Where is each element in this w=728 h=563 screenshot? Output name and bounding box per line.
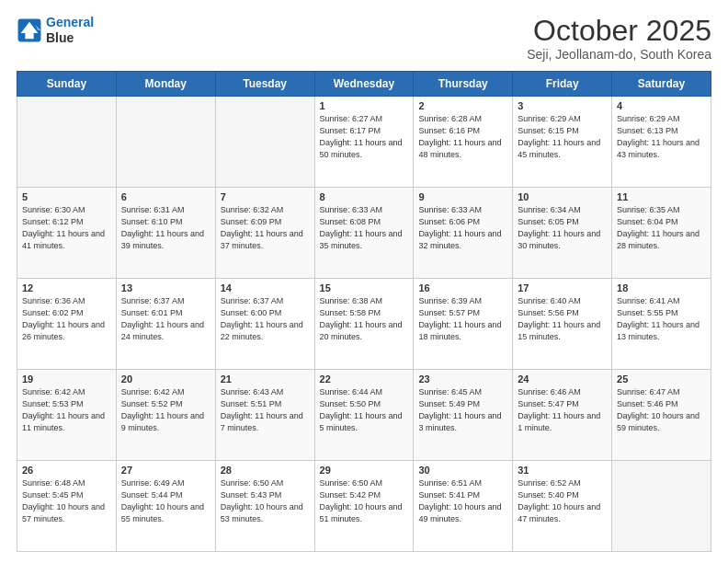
day-cell-11: 11Sunrise: 6:35 AM Sunset: 6:04 PM Dayli… [612, 188, 711, 279]
day-info: Sunrise: 6:41 AM Sunset: 5:55 PM Dayligh… [617, 295, 706, 343]
day-number: 23 [418, 373, 507, 385]
day-info: Sunrise: 6:52 AM Sunset: 5:40 PM Dayligh… [518, 477, 607, 525]
day-number: 26 [22, 465, 111, 476]
day-header-thursday: Thursday [414, 72, 513, 97]
day-header-wednesday: Wednesday [314, 72, 414, 97]
day-cell-30: 30Sunrise: 6:51 AM Sunset: 5:41 PM Dayli… [414, 461, 513, 552]
day-info: Sunrise: 6:45 AM Sunset: 5:49 PM Dayligh… [418, 386, 507, 434]
day-cell-28: 28Sunrise: 6:50 AM Sunset: 5:43 PM Dayli… [215, 461, 314, 552]
day-number: 1 [320, 100, 409, 111]
day-number: 15 [320, 282, 409, 293]
day-number: 8 [320, 191, 409, 202]
day-cell-16: 16Sunrise: 6:39 AM Sunset: 5:57 PM Dayli… [414, 279, 513, 370]
day-cell-15: 15Sunrise: 6:38 AM Sunset: 5:58 PM Dayli… [314, 279, 414, 370]
day-cell-10: 10Sunrise: 6:34 AM Sunset: 6:05 PM Dayli… [513, 188, 612, 279]
location: Seji, Jeollanam-do, South Korea [527, 47, 711, 62]
day-info: Sunrise: 6:37 AM Sunset: 6:00 PM Dayligh… [221, 295, 310, 343]
day-number: 13 [121, 282, 210, 293]
day-number: 20 [121, 373, 210, 385]
calendar-table: SundayMondayTuesdayWednesdayThursdayFrid… [17, 71, 711, 552]
day-cell-17: 17Sunrise: 6:40 AM Sunset: 5:56 PM Dayli… [513, 279, 612, 370]
day-header-monday: Monday [116, 72, 215, 97]
day-cell-7: 7Sunrise: 6:32 AM Sunset: 6:09 PM Daylig… [215, 188, 314, 279]
day-number: 5 [22, 191, 111, 202]
empty-cell [215, 97, 314, 188]
day-info: Sunrise: 6:43 AM Sunset: 5:51 PM Dayligh… [221, 386, 310, 434]
empty-cell [116, 97, 215, 188]
day-number: 30 [418, 465, 507, 476]
day-number: 4 [617, 100, 706, 111]
day-info: Sunrise: 6:33 AM Sunset: 6:06 PM Dayligh… [418, 204, 507, 252]
day-number: 10 [518, 191, 607, 202]
day-info: Sunrise: 6:33 AM Sunset: 6:08 PM Dayligh… [320, 204, 409, 252]
day-cell-19: 19Sunrise: 6:42 AM Sunset: 5:53 PM Dayli… [17, 370, 117, 461]
day-number: 25 [617, 373, 706, 385]
day-number: 2 [418, 100, 507, 111]
day-cell-12: 12Sunrise: 6:36 AM Sunset: 6:02 PM Dayli… [17, 279, 117, 370]
empty-cell [612, 461, 711, 552]
day-cell-21: 21Sunrise: 6:43 AM Sunset: 5:51 PM Dayli… [215, 370, 314, 461]
day-cell-3: 3Sunrise: 6:29 AM Sunset: 6:15 PM Daylig… [513, 97, 612, 188]
day-header-sunday: Sunday [17, 72, 117, 97]
day-cell-8: 8Sunrise: 6:33 AM Sunset: 6:08 PM Daylig… [314, 188, 414, 279]
day-cell-9: 9Sunrise: 6:33 AM Sunset: 6:06 PM Daylig… [414, 188, 513, 279]
day-info: Sunrise: 6:34 AM Sunset: 6:05 PM Dayligh… [518, 204, 607, 252]
month-title: October 2025 [527, 15, 711, 47]
day-cell-25: 25Sunrise: 6:47 AM Sunset: 5:46 PM Dayli… [612, 370, 711, 461]
day-number: 22 [320, 373, 409, 385]
day-number: 9 [418, 191, 507, 202]
day-cell-23: 23Sunrise: 6:45 AM Sunset: 5:49 PM Dayli… [414, 370, 513, 461]
day-cell-1: 1Sunrise: 6:27 AM Sunset: 6:17 PM Daylig… [314, 97, 414, 188]
week-row-5: 26Sunrise: 6:48 AM Sunset: 5:45 PM Dayli… [17, 461, 711, 552]
day-info: Sunrise: 6:40 AM Sunset: 5:56 PM Dayligh… [518, 295, 607, 343]
day-number: 29 [320, 465, 409, 476]
day-cell-31: 31Sunrise: 6:52 AM Sunset: 5:40 PM Dayli… [513, 461, 612, 552]
day-cell-27: 27Sunrise: 6:49 AM Sunset: 5:44 PM Dayli… [116, 461, 215, 552]
day-info: Sunrise: 6:29 AM Sunset: 6:15 PM Dayligh… [518, 113, 607, 161]
day-cell-2: 2Sunrise: 6:28 AM Sunset: 6:16 PM Daylig… [414, 97, 513, 188]
day-info: Sunrise: 6:32 AM Sunset: 6:09 PM Dayligh… [221, 204, 310, 252]
day-cell-5: 5Sunrise: 6:30 AM Sunset: 6:12 PM Daylig… [17, 188, 117, 279]
day-info: Sunrise: 6:29 AM Sunset: 6:13 PM Dayligh… [617, 113, 706, 161]
day-number: 17 [518, 282, 607, 293]
day-cell-20: 20Sunrise: 6:42 AM Sunset: 5:52 PM Dayli… [116, 370, 215, 461]
day-info: Sunrise: 6:38 AM Sunset: 5:58 PM Dayligh… [320, 295, 409, 343]
day-info: Sunrise: 6:47 AM Sunset: 5:46 PM Dayligh… [617, 386, 706, 434]
day-number: 16 [418, 282, 507, 293]
day-info: Sunrise: 6:27 AM Sunset: 6:17 PM Dayligh… [320, 113, 409, 161]
day-cell-26: 26Sunrise: 6:48 AM Sunset: 5:45 PM Dayli… [17, 461, 117, 552]
logo-icon [17, 17, 42, 43]
day-cell-29: 29Sunrise: 6:50 AM Sunset: 5:42 PM Dayli… [314, 461, 414, 552]
day-info: Sunrise: 6:36 AM Sunset: 6:02 PM Dayligh… [22, 295, 111, 343]
day-header-saturday: Saturday [612, 72, 711, 97]
week-row-3: 12Sunrise: 6:36 AM Sunset: 6:02 PM Dayli… [17, 279, 711, 370]
day-info: Sunrise: 6:49 AM Sunset: 5:44 PM Dayligh… [121, 477, 210, 525]
calendar-header-row: SundayMondayTuesdayWednesdayThursdayFrid… [17, 72, 711, 97]
logo-line1: General [46, 15, 94, 29]
day-info: Sunrise: 6:48 AM Sunset: 5:45 PM Dayligh… [22, 477, 111, 525]
day-info: Sunrise: 6:31 AM Sunset: 6:10 PM Dayligh… [121, 204, 210, 252]
day-number: 11 [617, 191, 706, 202]
day-number: 31 [518, 465, 607, 476]
day-info: Sunrise: 6:30 AM Sunset: 6:12 PM Dayligh… [22, 204, 111, 252]
logo: General Blue [17, 15, 94, 46]
day-number: 28 [221, 465, 310, 476]
day-number: 18 [617, 282, 706, 293]
day-info: Sunrise: 6:37 AM Sunset: 6:01 PM Dayligh… [121, 295, 210, 343]
week-row-1: 1Sunrise: 6:27 AM Sunset: 6:17 PM Daylig… [17, 97, 711, 188]
page: General Blue October 2025 Seji, Jeollana… [0, 0, 728, 563]
day-cell-13: 13Sunrise: 6:37 AM Sunset: 6:01 PM Dayli… [116, 279, 215, 370]
day-number: 21 [221, 373, 310, 385]
day-number: 27 [121, 465, 210, 476]
day-info: Sunrise: 6:50 AM Sunset: 5:43 PM Dayligh… [221, 477, 310, 525]
title-block: October 2025 Seji, Jeollanam-do, South K… [527, 15, 711, 62]
week-row-2: 5Sunrise: 6:30 AM Sunset: 6:12 PM Daylig… [17, 188, 711, 279]
day-number: 6 [121, 191, 210, 202]
day-number: 19 [22, 373, 111, 385]
day-info: Sunrise: 6:42 AM Sunset: 5:53 PM Dayligh… [22, 386, 111, 434]
day-cell-4: 4Sunrise: 6:29 AM Sunset: 6:13 PM Daylig… [612, 97, 711, 188]
day-info: Sunrise: 6:42 AM Sunset: 5:52 PM Dayligh… [121, 386, 210, 434]
day-info: Sunrise: 6:46 AM Sunset: 5:47 PM Dayligh… [518, 386, 607, 434]
day-info: Sunrise: 6:35 AM Sunset: 6:04 PM Dayligh… [617, 204, 706, 252]
day-header-friday: Friday [513, 72, 612, 97]
